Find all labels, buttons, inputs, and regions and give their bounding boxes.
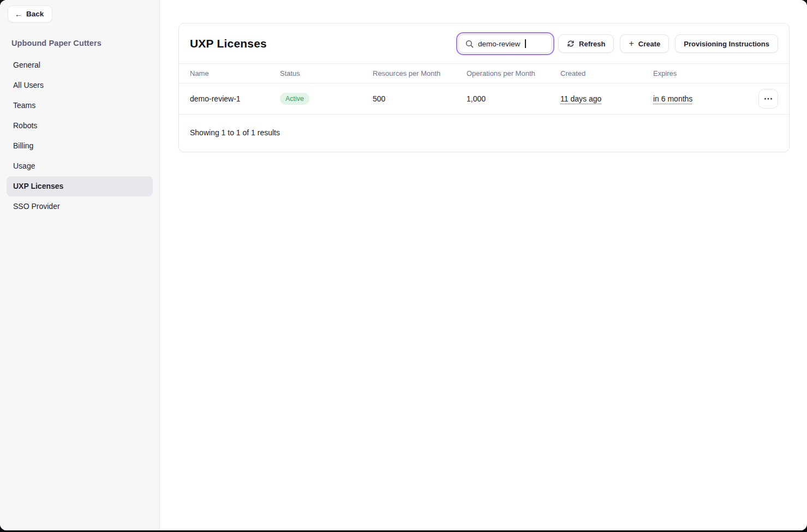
table-header-row: Name Status Resources per Month Operatio… [179, 63, 789, 83]
refresh-icon [567, 40, 575, 47]
card-header: UXP Licenses demo-review [179, 23, 789, 63]
search-input-value: demo-review [478, 40, 520, 48]
text-caret [525, 39, 526, 48]
row-actions-menu-button[interactable] [758, 89, 778, 109]
main-content: UXP Licenses demo-review [160, 0, 807, 530]
back-button[interactable]: ← Back [8, 5, 52, 22]
provisioning-instructions-label: Provisioning Instructions [684, 40, 769, 48]
organization-title: Upbound Paper Cutters [11, 39, 152, 47]
page-title: UXP Licenses [190, 37, 267, 50]
expires-value[interactable]: in 6 months [653, 94, 692, 103]
sidebar-item-billing[interactable]: Billing [7, 136, 153, 156]
status-badge: Active [280, 93, 309, 105]
provisioning-instructions-button[interactable]: Provisioning Instructions [675, 34, 778, 53]
created-value[interactable]: 11 days ago [560, 94, 601, 103]
app-window: ← Back Upbound Paper Cutters General All… [0, 0, 807, 530]
header-controls: demo-review Refresh [458, 34, 778, 53]
plus-icon: + [629, 39, 633, 48]
card-footer: Showing 1 to 1 of 1 results [179, 115, 789, 152]
settings-sidebar: ← Back Upbound Paper Cutters General All… [0, 0, 160, 530]
sidebar-item-robots[interactable]: Robots [7, 116, 153, 136]
column-header-name: Name [190, 69, 280, 77]
search-input[interactable]: demo-review [458, 34, 552, 53]
table-row: demo-review-1 Active 500 1,000 11 days a… [179, 83, 789, 115]
column-header-resources: Resources per Month [373, 69, 467, 77]
license-name: demo-review-1 [190, 94, 280, 103]
sidebar-item-general[interactable]: General [7, 55, 153, 75]
refresh-button-label: Refresh [579, 40, 605, 48]
back-button-label: Back [26, 10, 44, 18]
column-header-operations: Operations per Month [467, 69, 560, 77]
resources-per-month-value: 500 [373, 94, 467, 103]
refresh-button[interactable]: Refresh [558, 34, 614, 53]
sidebar-item-sso-provider[interactable]: SSO Provider [7, 196, 153, 217]
sidebar-item-usage[interactable]: Usage [7, 156, 153, 176]
sidebar-nav: General All Users Teams Robots Billing U… [8, 55, 152, 217]
license-status-cell: Active [280, 93, 373, 105]
sidebar-item-teams[interactable]: Teams [7, 95, 153, 116]
create-button[interactable]: + Create [620, 34, 669, 53]
create-button-label: Create [638, 40, 660, 48]
column-header-expires: Expires [653, 69, 756, 77]
results-summary: Showing 1 to 1 of 1 results [190, 128, 280, 137]
search-icon [465, 40, 474, 48]
uxp-licenses-card: UXP Licenses demo-review [178, 23, 790, 152]
ellipsis-icon [764, 98, 773, 100]
sidebar-item-uxp-licenses[interactable]: UXP Licenses [7, 176, 153, 196]
sidebar-item-all-users[interactable]: All Users [7, 75, 153, 95]
column-header-created: Created [560, 69, 653, 77]
column-header-status: Status [280, 69, 373, 77]
operations-per-month-value: 1,000 [467, 94, 560, 103]
back-arrow-icon: ← [15, 10, 22, 18]
